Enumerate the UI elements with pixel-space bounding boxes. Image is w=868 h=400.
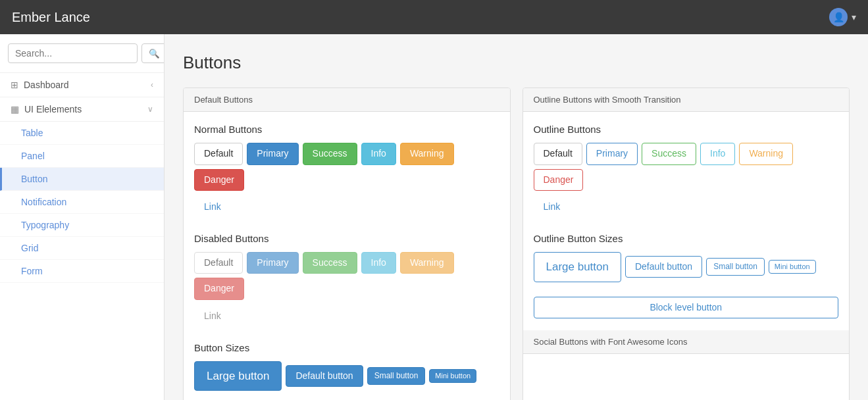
disabled-buttons-row: Default Primary Success Info Warning Dan… (194, 252, 499, 300)
btn-success-normal[interactable]: Success (303, 143, 357, 165)
sidebar-item-dashboard[interactable]: ⊞ Dashboard ‹ (0, 73, 164, 97)
btn-outline-small[interactable]: Small button (706, 258, 765, 276)
sidebar: 🔍 ⊞ Dashboard ‹ ▦ UI Elelements ∨ Table … (0, 34, 165, 400)
btn-link-normal[interactable]: Link (194, 196, 231, 218)
btn-warning-disabled: Warning (400, 252, 454, 274)
outline-sizes-section: Outline Button Sizes Large button Defaul… (534, 233, 839, 282)
btn-primary-disabled: Primary (247, 252, 298, 274)
btn-default-size[interactable]: Default button (286, 365, 363, 388)
button-sizes-title: Button Sizes (194, 342, 499, 353)
page-title: Buttons (183, 53, 850, 73)
ui-elements-icon: ▦ (11, 104, 19, 114)
outline-buttons-panel-body: Outline Buttons Default Primary Success … (523, 112, 850, 330)
content-area: Buttons Default Buttons Normal Buttons D… (165, 34, 868, 400)
social-buttons-header: Social Buttons with Font Awesome Icons (523, 330, 850, 354)
outline-buttons-panel-header: Outline Buttons with Smooth Transition (523, 88, 850, 112)
normal-buttons-title: Normal Buttons (194, 124, 499, 135)
btn-warning-normal[interactable]: Warning (400, 143, 454, 165)
app-title: Ember Lance (12, 10, 90, 25)
btn-primary-normal[interactable]: Primary (247, 143, 298, 165)
btn-outline-mini[interactable]: Mini button (769, 260, 816, 274)
btn-link-outline[interactable]: Link (534, 196, 571, 218)
ui-elements-chevron: ∨ (147, 105, 153, 114)
outline-sizes-title: Outline Button Sizes (534, 233, 839, 244)
normal-buttons-section: Normal Buttons Default Primary Success I… (194, 124, 499, 218)
sidebar-item-form[interactable]: Form (0, 260, 164, 283)
outline-sizes-row: Large button Default button Small button… (534, 252, 839, 282)
dashboard-icon: ⊞ (11, 80, 18, 90)
sidebar-item-grid[interactable]: Grid (0, 237, 164, 260)
btn-outline-warning[interactable]: Warning (739, 143, 793, 165)
btn-block-outline[interactable]: Block level button (534, 297, 839, 319)
btn-danger-normal[interactable]: Danger (194, 169, 244, 191)
sidebar-item-table[interactable]: Table (0, 122, 164, 145)
button-sizes-section: Button Sizes Large button Default button… (194, 342, 499, 391)
sidebar-item-button[interactable]: Button (0, 168, 164, 191)
search-input[interactable] (8, 43, 138, 63)
sidebar-item-ui-elements[interactable]: ▦ UI Elelements ∨ (0, 97, 164, 122)
btn-outline-default[interactable]: Default (534, 143, 582, 165)
sidebar-item-typography[interactable]: Typography (0, 214, 164, 237)
btn-outline-primary[interactable]: Primary (586, 143, 638, 165)
main-layout: 🔍 ⊞ Dashboard ‹ ▦ UI Elelements ∨ Table … (0, 34, 868, 400)
btn-info-disabled: Info (361, 252, 396, 274)
default-buttons-panel-header: Default Buttons (184, 88, 510, 112)
avatar: 👤 (829, 8, 848, 26)
btn-small[interactable]: Small button (367, 367, 426, 385)
btn-large[interactable]: Large button (194, 361, 282, 391)
btn-danger-disabled: Danger (194, 278, 244, 300)
sidebar-item-panel[interactable]: Panel (0, 145, 164, 168)
outline-buttons-section: Outline Buttons Default Primary Success … (534, 124, 839, 218)
sidebar-search-container: 🔍 (0, 34, 164, 73)
btn-outline-danger[interactable]: Danger (534, 169, 584, 191)
search-button[interactable]: 🔍 (141, 43, 165, 63)
sidebar-item-notification[interactable]: Notification (0, 191, 164, 214)
btn-link-disabled: Link (194, 305, 231, 328)
btn-outline-success[interactable]: Success (642, 143, 696, 165)
dashboard-chevron: ‹ (151, 80, 153, 89)
btn-mini[interactable]: Mini button (429, 369, 476, 383)
default-buttons-panel: Default Buttons Normal Buttons Default P… (183, 88, 511, 400)
user-menu[interactable]: 👤 ▾ (829, 8, 856, 26)
outline-buttons-title: Outline Buttons (534, 124, 839, 135)
btn-default-disabled: Default (194, 252, 243, 274)
normal-buttons-row: Default Primary Success Info Warning Dan… (194, 143, 499, 191)
outline-buttons-panel: Outline Buttons with Smooth Transition O… (523, 88, 850, 400)
btn-outline-info[interactable]: Info (700, 143, 735, 165)
default-buttons-panel-body: Normal Buttons Default Primary Success I… (184, 112, 510, 400)
topnav: Ember Lance 👤 ▾ (0, 0, 868, 34)
sidebar-item-label-dashboard: Dashboard (24, 80, 69, 90)
panels-row: Default Buttons Normal Buttons Default P… (183, 88, 850, 400)
user-chevron: ▾ (852, 12, 856, 22)
sidebar-item-label-ui: UI Elelements (24, 104, 82, 114)
btn-outline-default-size[interactable]: Default button (625, 256, 702, 278)
disabled-buttons-title: Disabled Buttons (194, 233, 499, 244)
button-sizes-row: Large button Default button Small button… (194, 361, 499, 391)
btn-info-normal[interactable]: Info (361, 143, 396, 165)
btn-success-disabled: Success (303, 252, 357, 274)
outline-buttons-row: Default Primary Success Info Warning Dan… (534, 143, 839, 191)
disabled-buttons-section: Disabled Buttons Default Primary Success… (194, 233, 499, 328)
btn-default-normal[interactable]: Default (194, 143, 243, 165)
btn-outline-large[interactable]: Large button (534, 252, 621, 282)
